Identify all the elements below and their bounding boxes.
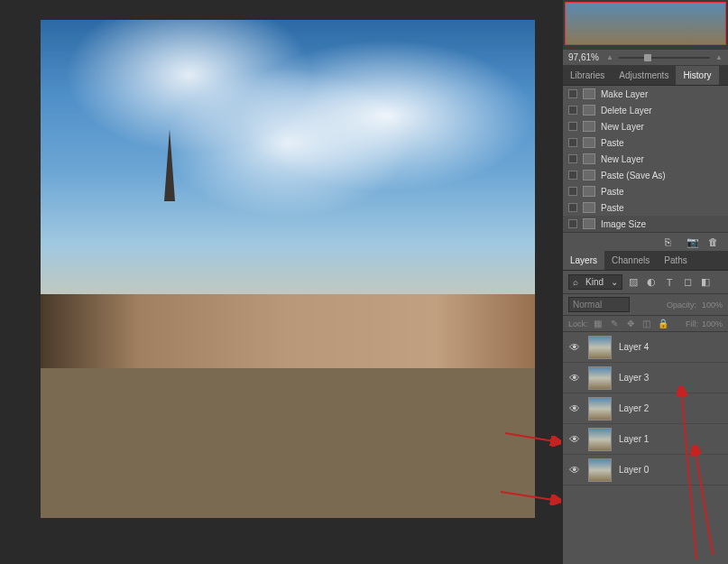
zoom-slider[interactable] — [619, 57, 710, 59]
layer-name[interactable]: Layer 0 — [619, 465, 649, 475]
navigator-thumbnail[interactable] — [563, 0, 728, 50]
visibility-toggle-icon[interactable]: 👁 — [568, 402, 581, 415]
history-item[interactable]: Paste — [563, 134, 728, 151]
history-step-icon — [583, 186, 595, 197]
visibility-toggle-icon[interactable]: 👁 — [568, 372, 581, 384]
create-document-icon[interactable]: ⎘ — [665, 236, 677, 247]
search-icon: ⌕ — [573, 277, 578, 287]
layer-thumbnail[interactable] — [588, 397, 612, 421]
right-panels: 97,61% ▲ ▲ Libraries Adjustments History… — [563, 0, 728, 564]
history-label: New Layer — [601, 154, 644, 164]
history-step-icon — [583, 218, 595, 229]
zoom-slider-handle[interactable] — [644, 54, 651, 61]
history-step-icon — [583, 121, 595, 132]
canvas-area[interactable] — [0, 0, 563, 564]
layer-thumbnail[interactable] — [588, 336, 612, 359]
history-snapshot-toggle[interactable] — [568, 89, 577, 98]
history-snapshot-toggle[interactable] — [568, 122, 577, 131]
history-item[interactable]: New Layer — [563, 118, 728, 134]
layer-row[interactable]: 👁 Layer 0 — [563, 455, 728, 485]
layer-thumbnail[interactable] — [588, 458, 612, 482]
tab-adjustments[interactable]: Adjustments — [612, 66, 676, 85]
history-item[interactable]: New Layer — [563, 151, 728, 167]
history-label: New Layer — [601, 122, 644, 132]
history-step-icon — [583, 88, 595, 99]
snapshot-icon[interactable]: 📷 — [687, 236, 699, 247]
lock-row: Lock: ▦ ✎ ✥ ◫ 🔒 Fill: 100% — [563, 316, 728, 332]
layer-filter-bar: ⌕ Kind ⌄ ▨ ◐ T ◻ ◧ — [563, 271, 728, 294]
tab-layers[interactable]: Layers — [563, 251, 604, 270]
history-snapshot-toggle[interactable] — [568, 138, 577, 147]
history-step-icon — [583, 170, 595, 180]
history-label: Image Size — [601, 219, 646, 229]
tab-channels[interactable]: Channels — [604, 251, 657, 270]
history-label: Make Layer — [601, 89, 648, 99]
history-snapshot-toggle[interactable] — [568, 203, 577, 212]
history-item[interactable]: Paste — [563, 183, 728, 199]
lock-position-icon[interactable]: ✥ — [624, 319, 637, 328]
history-panel-tabs: Libraries Adjustments History — [563, 66, 728, 86]
history-snapshot-toggle[interactable] — [568, 106, 577, 115]
history-snapshot-toggle[interactable] — [568, 154, 577, 163]
history-item[interactable]: Paste (Save As) — [563, 167, 728, 183]
layer-row[interactable]: 👁 Layer 2 — [563, 393, 728, 424]
blend-mode-row: Normal Opacity: 100% — [563, 294, 728, 316]
document-canvas[interactable] — [41, 20, 535, 518]
layers-list: 👁 Layer 4 👁 Layer 3 👁 Layer 2 👁 Layer 1 … — [563, 332, 728, 485]
layer-thumbnail[interactable] — [588, 428, 612, 451]
filter-type-icon[interactable]: T — [662, 276, 677, 289]
filter-kind-label: Kind — [585, 277, 604, 287]
visibility-toggle-icon[interactable]: 👁 — [568, 341, 581, 354]
layers-panel-tabs: Layers Channels Paths — [563, 251, 728, 271]
history-step-icon — [583, 202, 595, 213]
fill-value[interactable]: 100% — [702, 319, 723, 328]
layer-name[interactable]: Layer 1 — [619, 434, 649, 444]
layer-name[interactable]: Layer 2 — [619, 403, 649, 413]
visibility-toggle-icon[interactable]: 👁 — [568, 464, 581, 476]
lock-transparency-icon[interactable]: ▦ — [592, 319, 604, 328]
layer-row[interactable]: 👁 Layer 4 — [563, 332, 728, 363]
filter-smart-icon[interactable]: ◧ — [698, 276, 713, 289]
lock-artboard-icon[interactable]: ◫ — [640, 319, 653, 328]
layer-row[interactable]: 👁 Layer 1 — [563, 424, 728, 455]
history-step-icon — [583, 105, 595, 116]
tab-libraries[interactable]: Libraries — [563, 66, 612, 85]
opacity-label: Opacity: — [667, 300, 696, 310]
tab-history[interactable]: History — [676, 66, 718, 85]
layer-name[interactable]: Layer 4 — [619, 342, 649, 352]
zoom-in-icon[interactable]: ▲ — [715, 53, 723, 61]
history-label: Paste (Save As) — [601, 171, 666, 180]
layer-name[interactable]: Layer 3 — [619, 373, 649, 383]
visibility-toggle-icon[interactable]: 👁 — [568, 433, 581, 446]
history-label: Paste — [601, 203, 624, 213]
navigator-zoom-bar: 97,61% ▲ ▲ — [563, 50, 728, 66]
blend-mode-select[interactable]: Normal — [568, 297, 630, 312]
fill-label: Fill: — [686, 319, 698, 328]
history-footer: ⎘ 📷 🗑 — [563, 232, 728, 251]
lock-label: Lock: — [568, 319, 588, 328]
history-snapshot-toggle[interactable] — [568, 187, 577, 196]
history-label: Paste — [601, 138, 624, 148]
history-item[interactable]: Paste — [563, 199, 728, 216]
chevron-down-icon: ⌄ — [611, 277, 618, 287]
layer-row[interactable]: 👁 Layer 3 — [563, 363, 728, 393]
zoom-out-icon[interactable]: ▲ — [606, 53, 613, 61]
opacity-value[interactable]: 100% — [702, 300, 723, 310]
history-snapshot-toggle[interactable] — [568, 171, 577, 180]
filter-shape-icon[interactable]: ◻ — [680, 276, 695, 289]
zoom-value[interactable]: 97,61% — [568, 52, 606, 62]
filter-kind-select[interactable]: ⌕ Kind ⌄ — [568, 274, 622, 290]
history-item[interactable]: Image Size — [563, 216, 728, 232]
lock-pixels-icon[interactable]: ✎ — [608, 319, 621, 328]
filter-adjustment-icon[interactable]: ◐ — [644, 276, 659, 289]
navigator-viewport-box[interactable] — [565, 2, 726, 45]
tab-paths[interactable]: Paths — [657, 251, 695, 270]
history-step-icon — [583, 137, 595, 148]
trash-icon[interactable]: 🗑 — [708, 236, 721, 247]
filter-pixel-icon[interactable]: ▨ — [626, 276, 640, 289]
history-snapshot-toggle[interactable] — [568, 219, 577, 228]
history-item[interactable]: Delete Layer — [563, 102, 728, 118]
lock-all-icon[interactable]: 🔒 — [657, 319, 669, 328]
layer-thumbnail[interactable] — [588, 366, 612, 390]
history-item[interactable]: Make Layer — [563, 86, 728, 102]
